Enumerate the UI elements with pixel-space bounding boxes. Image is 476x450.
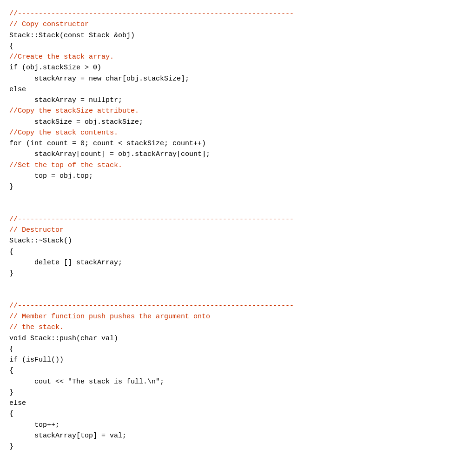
code-line: { bbox=[9, 42, 13, 50]
code-line: stackArray[top] = val; bbox=[9, 432, 126, 440]
code-line: //--------------------------------------… bbox=[9, 215, 294, 223]
code-line: stackArray[count] = obj.stackArray[count… bbox=[9, 150, 210, 158]
code-line: } bbox=[9, 183, 13, 191]
code-line: Stack::~Stack() bbox=[9, 237, 72, 245]
code-line: //Copy the stackSize attribute. bbox=[9, 107, 139, 115]
code-line: // Member function push pushes the argum… bbox=[9, 313, 210, 321]
code-line: stackArray = new char[obj.stackSize]; bbox=[9, 75, 189, 83]
code-line: if (isFull()) bbox=[9, 356, 64, 364]
code-line: } bbox=[9, 269, 13, 277]
code-line: void Stack::push(char val) bbox=[9, 335, 118, 343]
code-line: { bbox=[9, 248, 13, 256]
code-line: } bbox=[9, 389, 13, 396]
code-line: else bbox=[9, 86, 26, 94]
code-line: { bbox=[9, 410, 13, 418]
code-line: //--------------------------------------… bbox=[9, 302, 294, 310]
code-line: delete [] stackArray; bbox=[9, 259, 122, 267]
code-line: //--------------------------------------… bbox=[9, 10, 294, 18]
code-line: if (obj.stackSize > 0) bbox=[9, 64, 101, 72]
code-line: { bbox=[9, 367, 13, 375]
code-line: } bbox=[9, 443, 13, 450]
code-editor: //--------------------------------------… bbox=[9, 8, 467, 450]
code-line: top++; bbox=[9, 421, 60, 429]
code-line: Stack::Stack(const Stack &obj) bbox=[9, 32, 135, 40]
code-line: // Destructor bbox=[9, 226, 64, 234]
code-line: // the stack. bbox=[9, 323, 64, 331]
code-line: stackArray = nullptr; bbox=[9, 96, 122, 104]
code-line: for (int count = 0; count < stackSize; c… bbox=[9, 140, 206, 148]
code-line: { bbox=[9, 345, 13, 353]
code-line: // Copy constructor bbox=[9, 20, 89, 28]
code-line: cout << "The stack is full.\n"; bbox=[9, 378, 164, 386]
code-line: top = obj.top; bbox=[9, 172, 93, 180]
code-line: stackSize = obj.stackSize; bbox=[9, 118, 143, 126]
code-line: //Set the top of the stack. bbox=[9, 161, 122, 169]
code-line: //Create the stack array. bbox=[9, 53, 114, 61]
code-line: //Copy the stack contents. bbox=[9, 129, 118, 137]
code-line: else bbox=[9, 399, 26, 407]
